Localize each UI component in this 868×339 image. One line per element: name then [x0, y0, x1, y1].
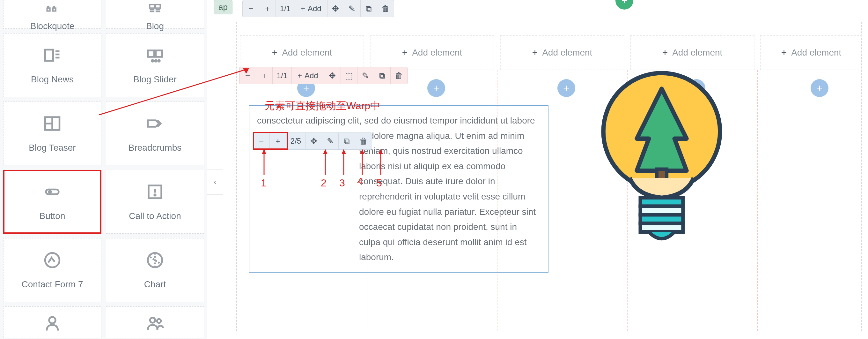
plus-icon: +: [781, 47, 787, 58]
annotation-arrow-2: [319, 149, 332, 178]
columns-fraction: 1/1: [276, 0, 295, 17]
elem-label: Blog: [146, 21, 164, 31]
columns-increase-button[interactable]: +: [256, 67, 273, 84]
button-icon: [43, 182, 62, 205]
elem-blog[interactable]: Blog: [106, 0, 204, 29]
annotation-arrow-1: [258, 149, 271, 178]
plus-icon: +: [402, 47, 408, 58]
elem-label: Button: [39, 211, 65, 221]
elem-label: Chart: [144, 279, 166, 289]
pencil-icon: ✎: [327, 136, 334, 146]
copy-icon: ⧉: [366, 4, 372, 14]
person-icon: [43, 314, 62, 336]
move-button[interactable]: ✥: [324, 67, 341, 84]
elem-label: Blockquote: [30, 21, 74, 31]
annotation-arrow-5: [375, 149, 388, 178]
columns-fraction: 1/1: [273, 67, 292, 84]
trash-icon: 🗑: [381, 4, 390, 14]
svg-point-27: [157, 319, 161, 323]
annotation-number-2: 2: [321, 177, 327, 189]
elem-blog-news[interactable]: Blog News: [3, 33, 101, 97]
svg-rect-18: [46, 190, 59, 194]
trash-icon: 🗑: [395, 71, 403, 81]
add-button[interactable]: +Add: [295, 0, 328, 17]
svg-marker-41: [342, 149, 346, 154]
edit-button[interactable]: ✎: [358, 67, 374, 84]
pencil-icon: ✎: [362, 71, 369, 81]
elem-chart[interactable]: Chart: [106, 238, 204, 302]
elem-blockquote[interactable]: Blockquote: [3, 0, 101, 29]
svg-marker-39: [323, 149, 327, 154]
elem-contact-form[interactable]: Contact Form 7: [3, 238, 101, 302]
svg-point-19: [49, 191, 51, 193]
element-library-sidebar: Blockquote Blog Blog News Blog Slider Bl…: [0, 0, 207, 339]
svg-point-22: [154, 194, 156, 196]
svg-point-25: [49, 317, 56, 323]
elem-label: Call to Action: [129, 211, 181, 221]
select-button[interactable]: ⬚: [341, 67, 358, 84]
svg-point-26: [150, 318, 155, 323]
column-add-button[interactable]: +: [557, 79, 575, 97]
annotation-number-1: 1: [261, 177, 267, 189]
svg-marker-45: [379, 149, 383, 154]
elem-person[interactable]: [3, 306, 101, 338]
section-tab[interactable]: ap: [214, 0, 232, 15]
delete-button[interactable]: 🗑: [377, 0, 394, 17]
edit-button[interactable]: ✎: [344, 0, 361, 17]
svg-point-13: [155, 60, 157, 62]
svg-marker-35: [243, 68, 249, 74]
elem-button[interactable]: Button: [3, 170, 101, 234]
trash-icon: 🗑: [360, 136, 368, 146]
sidebar-collapse-button[interactable]: ‹: [207, 169, 223, 195]
delete-button[interactable]: 🗑: [355, 133, 372, 149]
annotation-arrow-3: [338, 149, 351, 178]
annotation-number-4: 4: [357, 175, 363, 187]
copy-icon: ⧉: [379, 71, 385, 81]
elem-cta[interactable]: Call to Action: [106, 170, 204, 234]
duplicate-button[interactable]: ⧉: [361, 0, 377, 17]
move-icon: ✥: [329, 71, 336, 81]
move-icon: ✥: [332, 4, 339, 14]
elem-label: Breadcrumbs: [128, 143, 182, 153]
columns-increase-button[interactable]: +: [259, 0, 276, 17]
elem-blog-teaser[interactable]: Blog Teaser: [3, 102, 101, 165]
column-add-element[interactable]: +Add element: [760, 35, 862, 70]
column-add-button[interactable]: +: [811, 79, 829, 97]
select-icon: ⬚: [345, 71, 353, 81]
duplicate-button[interactable]: ⧉: [374, 67, 391, 84]
annotation-number-3: 3: [339, 177, 345, 189]
lightbulb-illustration: [590, 64, 734, 249]
elem-label: Contact Form 7: [22, 279, 83, 289]
delete-button[interactable]: 🗑: [391, 67, 407, 84]
column-add-element[interactable]: +Add element: [370, 35, 494, 70]
svg-rect-1: [156, 4, 160, 8]
add-section-button[interactable]: +: [615, 0, 633, 9]
svg-rect-0: [150, 4, 155, 8]
width-fraction: 2/5: [286, 133, 306, 149]
elem-people[interactable]: [106, 306, 204, 338]
duplicate-button[interactable]: ⧉: [339, 133, 355, 149]
chevron-left-icon: ‹: [214, 177, 217, 187]
move-button[interactable]: ✥: [328, 0, 344, 17]
pencil-icon: ✎: [348, 4, 355, 14]
elem-label: Blog Teaser: [29, 143, 75, 153]
contact-form-icon: [43, 251, 62, 273]
row-toolbar: − + 1/1 +Add ✥ ⬚ ✎ ⧉ 🗑: [239, 67, 407, 84]
column-add-element[interactable]: +Add element: [240, 35, 364, 70]
edit-button[interactable]: ✎: [322, 133, 339, 149]
add-button[interactable]: +Add: [292, 67, 324, 84]
columns-decrease-button[interactable]: −: [243, 0, 259, 17]
annotation-number-5: 5: [376, 177, 382, 189]
annotation-hint-text: 元素可直接拖动至Warp中: [265, 99, 380, 113]
column-add-button[interactable]: +: [427, 79, 445, 97]
move-button[interactable]: ✥: [306, 133, 322, 149]
elem-label: Blog News: [31, 74, 74, 85]
svg-line-34: [99, 68, 249, 115]
svg-rect-10: [148, 51, 154, 57]
text-element[interactable]: consectetur adipiscing elit, sed do eius…: [249, 105, 549, 273]
annotation-highlight-box: [253, 132, 288, 150]
svg-point-12: [152, 60, 153, 62]
svg-rect-33: [640, 223, 683, 232]
plus-icon: +: [532, 47, 538, 58]
plus-icon: +: [301, 4, 305, 13]
